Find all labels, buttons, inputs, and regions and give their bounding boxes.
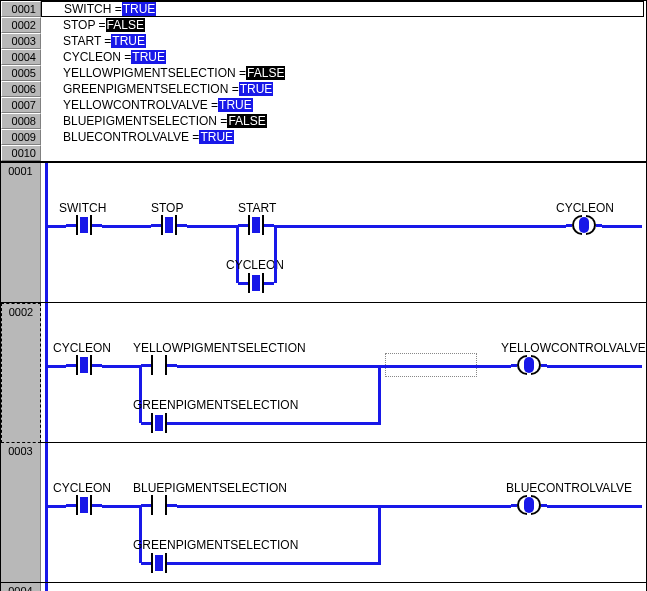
var-row: 0005YELLOWPIGMENTSELECTION = FALSE bbox=[1, 65, 646, 81]
var-row: 0001SWITCH = TRUE bbox=[1, 1, 646, 17]
contact-label: GREENPIGMENTSELECTION bbox=[133, 538, 298, 552]
contact-green-pigment[interactable] bbox=[141, 551, 177, 575]
var-name: START = bbox=[63, 34, 111, 48]
var-declaration[interactable]: BLUEPIGMENTSELECTION = FALSE bbox=[41, 114, 646, 128]
var-declaration[interactable]: CYCLEON = TRUE bbox=[41, 50, 646, 64]
var-value: FALSE bbox=[227, 114, 266, 128]
rung-number-selected[interactable]: 0002 bbox=[1, 303, 41, 443]
var-value: TRUE bbox=[199, 130, 234, 144]
var-value: FALSE bbox=[106, 18, 145, 32]
variable-declarations: 0001SWITCH = TRUE0002STOP = FALSE0003STA… bbox=[1, 1, 646, 161]
var-name: YELLOWPIGMENTSELECTION = bbox=[63, 66, 246, 80]
var-name: GREENPIGMENTSELECTION = bbox=[63, 82, 239, 96]
contact-yellow-pigment[interactable] bbox=[141, 353, 177, 377]
var-value: TRUE bbox=[122, 2, 157, 16]
power-rail bbox=[45, 303, 48, 442]
var-value: TRUE bbox=[218, 98, 253, 112]
line-number: 0008 bbox=[1, 113, 41, 129]
contact-green-pigment[interactable] bbox=[141, 411, 177, 435]
coil-yellowcontrolvalve[interactable] bbox=[511, 353, 547, 377]
var-declaration[interactable]: START = TRUE bbox=[41, 34, 646, 48]
rung-1: 0001 SWITCH STOP START C bbox=[1, 163, 646, 303]
var-row: 0003START = TRUE bbox=[1, 33, 646, 49]
var-declaration[interactable]: BLUECONTROLVALVE = TRUE bbox=[41, 130, 646, 144]
var-row: 0002STOP = FALSE bbox=[1, 17, 646, 33]
var-name: STOP = bbox=[63, 18, 106, 32]
var-name: CYCLEON = bbox=[63, 50, 131, 64]
var-name: BLUEPIGMENTSELECTION = bbox=[63, 114, 227, 128]
var-row: 0009BLUECONTROLVALVE = TRUE bbox=[1, 129, 646, 145]
rung-number: 0001 bbox=[1, 163, 41, 302]
rung-number: 0004 bbox=[1, 583, 41, 591]
var-declaration[interactable]: YELLOWPIGMENTSELECTION = FALSE bbox=[41, 66, 646, 80]
var-name: BLUECONTROLVALVE = bbox=[63, 130, 199, 144]
contact-cycleon[interactable] bbox=[66, 493, 102, 517]
var-value: TRUE bbox=[111, 34, 146, 48]
var-value: FALSE bbox=[246, 66, 285, 80]
var-row: 0006GREENPIGMENTSELECTION = TRUE bbox=[1, 81, 646, 97]
line-number: 0001 bbox=[1, 1, 41, 17]
line-number: 0005 bbox=[1, 65, 41, 81]
line-number: 0004 bbox=[1, 49, 41, 65]
rung-3: 0003 CYCLEON BLUEPIGMENTSELECTION GREENP… bbox=[1, 443, 646, 583]
var-row: 0007YELLOWCONTROLVALVE = TRUE bbox=[1, 97, 646, 113]
var-declaration[interactable]: SWITCH = TRUE bbox=[41, 1, 644, 17]
coil-bluecontrolvalve[interactable] bbox=[511, 493, 547, 517]
var-value: TRUE bbox=[239, 82, 274, 96]
contact-label: GREENPIGMENTSELECTION bbox=[133, 398, 298, 412]
line-number: 0003 bbox=[1, 33, 41, 49]
ladder-diagram: 0001 SWITCH STOP START C bbox=[1, 161, 646, 591]
var-declaration[interactable]: GREENPIGMENTSELECTION = TRUE bbox=[41, 82, 646, 96]
power-rail bbox=[45, 583, 48, 591]
contact-switch[interactable] bbox=[66, 213, 102, 237]
contact-cycleon-latch[interactable] bbox=[238, 271, 274, 295]
power-rail bbox=[45, 163, 48, 302]
contact-stop[interactable] bbox=[151, 213, 187, 237]
var-value: TRUE bbox=[131, 50, 166, 64]
var-name: YELLOWCONTROLVALVE = bbox=[63, 98, 218, 112]
contact-start[interactable] bbox=[238, 213, 274, 237]
line-number: 0010 bbox=[1, 145, 41, 161]
power-rail bbox=[45, 443, 48, 582]
var-row: 0008BLUEPIGMENTSELECTION = FALSE bbox=[1, 113, 646, 129]
line-number: 0006 bbox=[1, 81, 41, 97]
plc-editor: 0001SWITCH = TRUE0002STOP = FALSE0003STA… bbox=[0, 0, 647, 591]
line-number: 0002 bbox=[1, 17, 41, 33]
var-declaration[interactable]: YELLOWCONTROLVALVE = TRUE bbox=[41, 98, 646, 112]
rung-4: 0004 bbox=[1, 583, 646, 591]
var-row-empty: 0010 bbox=[1, 145, 646, 161]
contact-blue-pigment[interactable] bbox=[141, 493, 177, 517]
contact-cycleon[interactable] bbox=[66, 353, 102, 377]
rung-2: 0002 CYCLEON YELLOWPIGMENTSELECTION GREE… bbox=[1, 303, 646, 443]
var-row: 0004CYCLEON = TRUE bbox=[1, 49, 646, 65]
var-name: SWITCH = bbox=[64, 2, 122, 16]
coil-cycleon[interactable] bbox=[566, 213, 602, 237]
rung-number: 0003 bbox=[1, 443, 41, 582]
var-declaration[interactable]: STOP = FALSE bbox=[41, 18, 646, 32]
line-number: 0009 bbox=[1, 129, 41, 145]
line-number: 0007 bbox=[1, 97, 41, 113]
